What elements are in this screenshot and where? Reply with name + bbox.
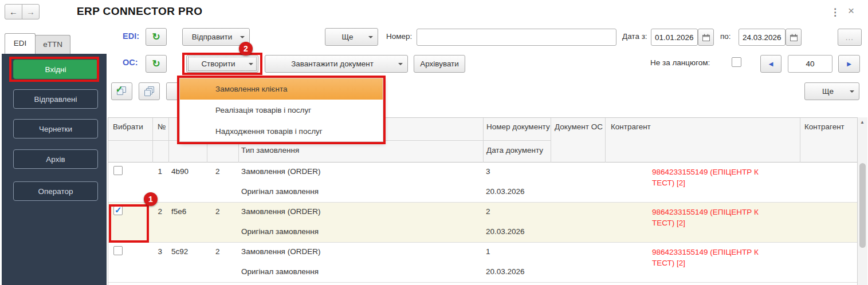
close-icon[interactable]: × (848, 5, 854, 17)
deselect-all-button[interactable] (139, 82, 160, 100)
edi-more-button[interactable]: Ще (325, 28, 378, 46)
scroll-up-icon[interactable]: ▲ (860, 120, 865, 125)
app-title: ERP CONNECTOR PRO (77, 5, 202, 18)
date-from-calendar-button[interactable] (698, 29, 714, 46)
sidebar-item-label: Вхідні (45, 65, 66, 74)
kebab-menu-icon[interactable]: ⋮ (830, 6, 840, 18)
date-from-input[interactable] (651, 29, 698, 46)
sidebar: Вхідні Відправлені Чернетки Архів Операт… (2, 54, 107, 285)
row-version: 2 (215, 207, 220, 216)
chevron-down-icon (240, 36, 245, 38)
chevron-down-icon (850, 90, 854, 93)
col-select[interactable]: Вибрати (113, 122, 143, 131)
table-row[interactable]: 3 5c92 2 Замовлення (ORDER) Оригінал зам… (108, 243, 857, 283)
col-order-type[interactable]: Тип замовлення (241, 146, 299, 155)
row-id: f5e6 (171, 207, 186, 216)
col-doc-date[interactable]: Дата документу (486, 146, 543, 155)
vertical-scrollbar[interactable]: ▲ (857, 117, 867, 285)
more-button-label: Ще (822, 87, 834, 96)
row-order-type: Оригінал замовлення (241, 227, 319, 236)
row-doc-date: 20.03.2026 (486, 187, 525, 196)
sidebar-item-sent[interactable]: Відправлені (13, 89, 98, 109)
select-all-icon: ✓ (116, 86, 127, 96)
row-number: 2 (146, 207, 162, 216)
row-doc-type: Замовлення (ORDER) (241, 167, 320, 176)
create-dropdown-menu: Замовлення клієнта Реалізація товарів і … (179, 78, 383, 142)
page-next-button[interactable]: ▶ (838, 55, 860, 73)
row-version: 2 (215, 167, 220, 176)
date-to-calendar-button[interactable] (785, 29, 802, 46)
nav-back-button[interactable]: ← (5, 4, 22, 19)
date-to-input[interactable] (739, 29, 785, 46)
number-input[interactable] (417, 29, 616, 46)
chevron-down-icon (368, 36, 373, 38)
row-checkbox[interactable] (113, 206, 123, 215)
nav-forward-button[interactable]: → (22, 4, 40, 19)
refresh-icon: ↻ (152, 58, 160, 70)
select-all-button[interactable]: ✓ (111, 82, 132, 100)
create-button-label: Створити (201, 60, 235, 68)
sidebar-item-label: Оператор (38, 187, 73, 196)
row-version: 2 (215, 247, 220, 256)
row-doc-number: 2 (486, 207, 490, 216)
right-triangle-icon: ▶ (847, 61, 851, 67)
archive-button[interactable]: Архівувати (414, 55, 465, 73)
date-from-label: Дата з: (622, 32, 647, 41)
sidebar-item-label: Чернетки (39, 125, 72, 133)
row-order-type: Оригінал замовлення (241, 267, 319, 276)
sidebar-item-operator[interactable]: Оператор (13, 181, 98, 201)
page-prev-button[interactable]: ◀ (760, 55, 781, 73)
documents-table: Вибрати № Тип замовлення Номер документу… (108, 117, 857, 285)
sidebar-item-inbox[interactable]: Вхідні (13, 60, 98, 79)
annotation-badge-1: 1 (144, 192, 158, 206)
menu-item-sales[interactable]: Реалізація товарів і послуг (180, 100, 383, 121)
row-number: 3 (146, 247, 162, 256)
page-size-input[interactable] (788, 55, 832, 73)
row-doc-date: 20.03.2026 (486, 267, 525, 276)
ellipsis-button[interactable]: ... (838, 29, 862, 46)
annotation-badge-2: 2 (239, 42, 253, 56)
row-checkbox[interactable] (113, 246, 123, 255)
tab-ettn[interactable]: eTTN (35, 35, 70, 54)
sidebar-item-archive[interactable]: Архів (13, 149, 98, 169)
load-document-button[interactable]: Завантажити документ (265, 55, 408, 73)
number-label: Номер: (386, 32, 412, 41)
row-checkbox[interactable] (113, 166, 123, 175)
menu-item-receipt[interactable]: Надходження товарів і послуг (180, 121, 383, 142)
table-row[interactable]: 2 f5e6 2 Замовлення (ORDER) Оригінал зам… (108, 203, 857, 243)
calendar-icon (702, 34, 710, 41)
forward-arrow-icon: → (26, 7, 35, 17)
row-doc-number: 3 (486, 167, 490, 176)
os-refresh-button[interactable]: ↻ (146, 55, 167, 73)
row-contragent: 9864233155149 (ЕПІЦЕНТР К ТЕСТ) [2] (652, 167, 773, 188)
not-by-chain-label: Не за ланцюгом: (650, 58, 710, 67)
menu-item-customer-order[interactable]: Замовлення клієнта (180, 78, 383, 100)
edi-refresh-button[interactable]: ↻ (146, 28, 167, 46)
col-num[interactable]: № (158, 122, 166, 131)
row-id: 5c92 (171, 247, 188, 256)
sidebar-item-drafts[interactable]: Чернетки (13, 119, 98, 138)
table-row[interactable]: 1 4b90 2 Замовлення (ORDER) Оригінал зам… (108, 163, 857, 203)
col-contragent[interactable]: Контрагент (611, 122, 651, 131)
archive-button-label: Архівувати (420, 60, 459, 68)
chevron-down-icon (398, 63, 403, 65)
row-doc-type: Замовлення (ORDER) (241, 247, 320, 256)
row-contragent: 9864233155149 (ЕПІЦЕНТР К ТЕСТ) [2] (652, 247, 773, 268)
col-contragent-2[interactable]: Контрагент (804, 122, 853, 131)
not-by-chain-checkbox[interactable] (732, 57, 741, 67)
send-button[interactable]: Відправити (182, 28, 250, 46)
scrollbar-thumb[interactable] (859, 163, 866, 248)
row-id: 4b90 (171, 167, 188, 176)
edi-section-label: EDI: (123, 31, 139, 41)
col-doc-number[interactable]: Номер документу (486, 122, 550, 131)
more-button-label: Ще (341, 33, 353, 41)
list-more-button[interactable]: Ще (804, 82, 859, 100)
row-doc-date: 20.03.2026 (486, 227, 525, 236)
create-button[interactable]: Створити (186, 55, 258, 73)
row-doc-type: Замовлення (ORDER) (241, 207, 320, 216)
tab-edi[interactable]: EDI (5, 33, 36, 54)
row-order-type: Оригінал замовлення (241, 187, 319, 196)
col-doc-os[interactable]: Документ ОС (555, 122, 603, 131)
os-section-label: ОС: (123, 58, 138, 67)
calendar-icon (790, 34, 798, 41)
